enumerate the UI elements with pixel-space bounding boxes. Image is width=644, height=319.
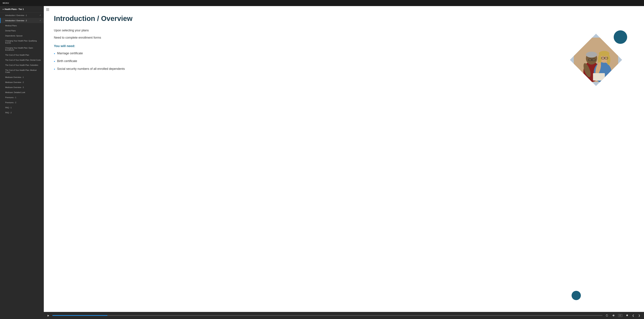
sidebar-items-list: Introduction / Overview - 1✓Introduction…: [0, 13, 44, 115]
sidebar-item-7[interactable]: The Cost of Your Health Plan: [0, 53, 44, 58]
volume-button[interactable]: [611, 313, 616, 317]
sidebar-item-label-8: The Cost of Your Health Plan: Dental Cos…: [5, 59, 41, 61]
sidebar-item-label-7: The Cost of Your Health Plan: [5, 54, 29, 56]
next-button[interactable]: ❯: [637, 313, 641, 317]
sidebar-item-4[interactable]: Dependents: Spouse: [0, 33, 44, 38]
bullet-item-1: •Birth certificate: [54, 59, 560, 63]
chevron-down-icon: ▾: [3, 9, 4, 10]
sidebar-item-label-18: FAQ - 2: [5, 112, 12, 114]
sidebar-item-17[interactable]: FAQ - 1: [0, 105, 44, 110]
slide-bullets: •Marriage certificate•Birth certificate•…: [54, 52, 560, 71]
diamond-photo: [570, 34, 622, 86]
svg-point-15: [607, 55, 610, 65]
people-illustration: [574, 38, 618, 82]
sidebar-item-label-10: The Cost of Your Health Plan: Medical Co…: [5, 69, 41, 73]
slide-container: Introduction / Overview Upon selecting y…: [44, 6, 644, 312]
sidebar-item-label-11: Medicare Overview - 1: [5, 76, 24, 78]
sidebar-item-11[interactable]: Medicare Overview - 1: [0, 75, 44, 80]
slide-body: Upon selecting your plans Need to comple…: [54, 29, 634, 305]
sidebar-item-10[interactable]: The Cost of Your Health Plan: Medical Co…: [0, 68, 44, 75]
sidebar-item-label-5: Changing Your Health Plan: Qualifying Ev…: [5, 40, 41, 44]
sidebar-item-label-9: The Cost of Your Health Plan: Subsidies: [5, 64, 38, 66]
sidebar-item-label-16: Premiums - 2: [5, 102, 16, 104]
svg-rect-1: [46, 10, 49, 10]
progress-fill: [52, 315, 108, 316]
rewind-button[interactable]: [604, 313, 609, 317]
sidebar-item-label-4: Dependents: Spouse: [5, 35, 22, 37]
sidebar-item-label-1: Introduction / Overview - 2: [5, 20, 27, 22]
slide-text: Upon selecting your plans Need to comple…: [54, 29, 560, 305]
menu-label: MENU: [3, 2, 9, 4]
sidebar-item-label-12: Medicare Overview - 2: [5, 81, 24, 83]
sidebar: ▾ Health Plans - Tier 1 Introduction / O…: [0, 6, 44, 319]
bullet-text-2: Social security numbers of all enrolled …: [57, 67, 125, 71]
sidebar-item-6[interactable]: Changing Your Health Plan: Open Enrollme…: [0, 45, 44, 53]
sidebar-item-14[interactable]: Medicare: Detailed Look: [0, 90, 44, 95]
sidebar-item-3[interactable]: Dental Plans: [0, 28, 44, 33]
svg-point-6: [586, 52, 597, 58]
bullet-dot-2: •: [54, 67, 55, 71]
sidebar-item-9[interactable]: The Cost of Your Health Plan: Subsidies: [0, 63, 44, 68]
top-bar: MENU: [0, 0, 644, 6]
slide-line-1: Upon selecting your plans: [54, 29, 560, 32]
svg-rect-20: [593, 73, 605, 81]
check-icon-1: ✓: [40, 19, 41, 22]
diamond-photo-wrapper: [570, 34, 622, 86]
sidebar-header[interactable]: ▾ Health Plans - Tier 1: [0, 6, 44, 13]
settings-button[interactable]: [624, 313, 629, 317]
sidebar-item-0[interactable]: Introduction / Overview - 1✓: [0, 13, 44, 18]
slide: Introduction / Overview Upon selecting y…: [44, 6, 644, 312]
svg-rect-0: [46, 9, 49, 9]
svg-rect-2: [46, 11, 49, 11]
main-area: ▾ Health Plans - Tier 1 Introduction / O…: [0, 6, 644, 319]
bottom-controls: ▶ CC ❮: [44, 312, 644, 319]
sidebar-item-13[interactable]: Medicare Overview - 3: [0, 85, 44, 90]
sidebar-item-18[interactable]: FAQ - 2: [0, 110, 44, 115]
sidebar-item-16[interactable]: Premiums - 2: [0, 100, 44, 105]
sidebar-item-label-14: Medicare: Detailed Look: [5, 91, 25, 93]
bullet-dot-0: •: [54, 52, 55, 56]
sidebar-item-5[interactable]: Changing Your Health Plan: Qualifying Ev…: [0, 38, 44, 45]
check-icon-0: ✓: [40, 14, 41, 16]
sidebar-item-label-15: Premiums - 1: [5, 96, 16, 99]
sidebar-item-label-0: Introduction / Overview - 1: [5, 14, 27, 16]
sidebar-item-label-13: Medicare Overview - 3: [5, 86, 24, 88]
sidebar-item-15[interactable]: Premiums - 1: [0, 95, 44, 100]
sidebar-item-label-2: Medical Plans: [5, 25, 17, 27]
bullet-item-2: •Social security numbers of all enrolled…: [54, 67, 560, 71]
sidebar-item-12[interactable]: Medicare Overview - 2: [0, 80, 44, 85]
play-button[interactable]: ▶: [46, 313, 50, 317]
cc-button[interactable]: CC: [618, 314, 622, 317]
content-menu-button[interactable]: [46, 9, 49, 12]
prev-button[interactable]: ❮: [631, 313, 635, 317]
slide-line-2: Need to complete enrollment forms: [54, 36, 560, 40]
bullet-text-0: Marriage certificate: [57, 52, 83, 55]
bullet-item-0: •Marriage certificate: [54, 52, 560, 56]
slide-you-will-need: You will need:: [54, 44, 560, 48]
bullet-dot-1: •: [54, 60, 55, 63]
sidebar-item-2[interactable]: Medical Plans: [0, 23, 44, 28]
bullet-text-1: Birth certificate: [57, 59, 77, 63]
content-area: Introduction / Overview Upon selecting y…: [44, 6, 644, 319]
circle-teal-small: [572, 291, 581, 300]
sidebar-item-label-17: FAQ - 1: [5, 107, 12, 109]
slide-title: Introduction / Overview: [54, 15, 634, 23]
slide-image-area: [566, 29, 634, 305]
sidebar-item-1[interactable]: Introduction / Overview - 2✓: [0, 18, 44, 23]
progress-bar[interactable]: [52, 315, 602, 316]
sidebar-item-label-6: Changing Your Health Plan: Open Enrollme…: [5, 47, 41, 51]
sidebar-item-8[interactable]: The Cost of Your Health Plan: Dental Cos…: [0, 58, 44, 63]
sidebar-title: Health Plans - Tier 1: [4, 8, 24, 11]
sidebar-item-label-3: Dental Plans: [5, 30, 16, 32]
